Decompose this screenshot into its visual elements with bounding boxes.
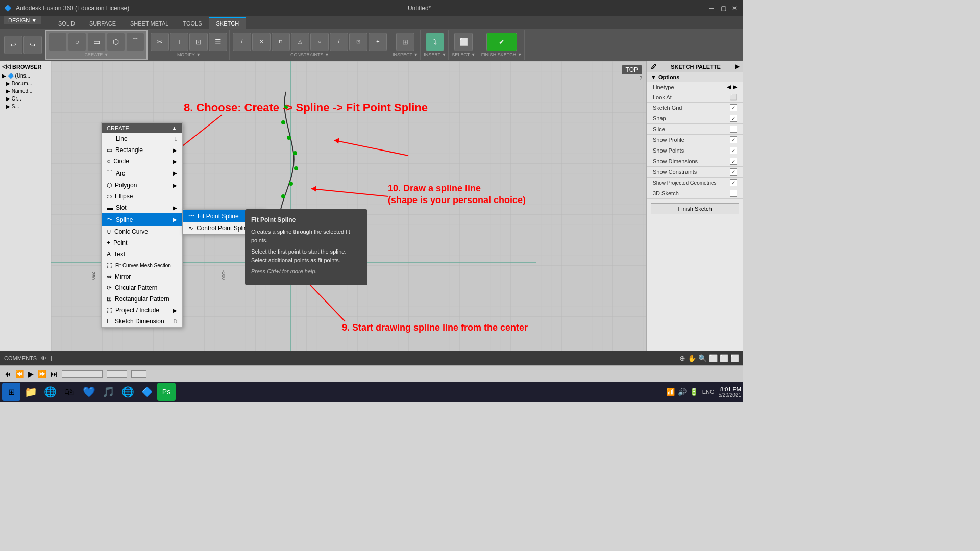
- showconstraints-checkbox[interactable]: ✓: [730, 168, 737, 176]
- chrome-button[interactable]: 🌐: [118, 383, 137, 401]
- volume-icon[interactable]: 🔊: [678, 388, 687, 396]
- constraint-btn8[interactable]: ✦: [369, 33, 387, 51]
- menu-item-line[interactable]: — Line L: [102, 133, 182, 144]
- menu-item-dimension[interactable]: ⊢ Sketch Dimension D: [102, 316, 182, 327]
- line-button[interactable]: ─: [48, 33, 67, 51]
- tab-tools[interactable]: TOOLS: [176, 18, 209, 29]
- create-menu-header[interactable]: CREATE ▲: [102, 123, 182, 133]
- menu-item-ellipse[interactable]: ⬭ Ellipse: [102, 191, 182, 202]
- wifi-icon[interactable]: 📶: [666, 388, 675, 396]
- battery-icon[interactable]: 🔋: [690, 388, 698, 396]
- redo-button[interactable]: ↪: [23, 36, 42, 54]
- tab-solid[interactable]: SOLID: [51, 18, 82, 29]
- tab-surface[interactable]: SURFACE: [82, 18, 123, 29]
- comments-sidebar-icon[interactable]: |: [51, 355, 52, 361]
- create-menu-close[interactable]: ▲: [172, 125, 177, 131]
- menu-item-fitcurves[interactable]: ⬚ Fit Curves Mesh Section: [102, 260, 182, 271]
- showdimensions-checkbox[interactable]: ✓: [730, 158, 737, 165]
- constraint-btn3[interactable]: ⊓: [272, 33, 290, 51]
- snap-checkbox[interactable]: ✓: [730, 115, 737, 122]
- constraint-btn2[interactable]: ✕: [252, 33, 271, 51]
- maximize-button[interactable]: ▢: [721, 5, 728, 12]
- mail-button[interactable]: 💙: [80, 383, 98, 401]
- tab-sheet-metal[interactable]: SHEET METAL: [123, 18, 176, 29]
- explorer-button[interactable]: 📁: [21, 383, 40, 401]
- browser-collapse-icon[interactable]: ◁◁: [2, 63, 10, 70]
- constraint-btn4[interactable]: △: [291, 33, 309, 51]
- menu-item-circle[interactable]: ○ Circle ▶: [102, 156, 182, 167]
- poly-button[interactable]: ⬡: [107, 33, 125, 51]
- view-icon[interactable]: ⬜: [720, 354, 728, 362]
- browser-button[interactable]: 🌐: [41, 383, 59, 401]
- play-prev-button[interactable]: ⏪: [15, 370, 24, 378]
- constraint-btn1[interactable]: /: [233, 33, 251, 51]
- constraint-btn7[interactable]: ⊡: [349, 33, 368, 51]
- circle-button[interactable]: ○: [68, 33, 86, 51]
- slice-checkbox[interactable]: [730, 126, 737, 133]
- browser-item-3[interactable]: ▶ Named...: [6, 87, 48, 95]
- constraint-btn5[interactable]: ○: [310, 33, 329, 51]
- play-start-button[interactable]: ⏮: [4, 370, 11, 378]
- zoom-icon[interactable]: 🔍: [698, 354, 707, 362]
- modify-btn3[interactable]: ⊡: [189, 33, 208, 51]
- modify-btn1[interactable]: ✂: [151, 33, 169, 51]
- menu-item-rectangular[interactable]: ⊞ Rectangular Pattern: [102, 293, 182, 305]
- finish-sketch-button[interactable]: ✔: [486, 33, 517, 51]
- sketchgrid-checkbox[interactable]: ✓: [730, 104, 737, 111]
- canvas-area[interactable]: -250 -200 -150 -100 -50 8.: [51, 61, 646, 351]
- select-btn[interactable]: ⬜: [454, 33, 473, 51]
- lookat-icon[interactable]: ⬜: [730, 94, 737, 101]
- play-button[interactable]: ▶: [28, 370, 34, 378]
- play-next-button[interactable]: ⏩: [38, 370, 46, 378]
- modify-btn4[interactable]: ☰: [209, 33, 227, 51]
- play-end-button[interactable]: ⏭: [51, 370, 58, 378]
- menu-item-polygon[interactable]: ⬡ Polygon ▶: [102, 180, 182, 191]
- display-icon[interactable]: ⬜: [730, 354, 739, 362]
- insert-btn[interactable]: ⤵: [426, 33, 444, 51]
- browser-item-5[interactable]: ▶ S...: [6, 103, 48, 110]
- fit-icon[interactable]: ⬜: [709, 354, 718, 362]
- menu-item-arc[interactable]: ⌒ Arc ▶: [102, 167, 182, 180]
- close-button[interactable]: ✕: [732, 5, 739, 12]
- arc-button[interactable]: ⌒: [126, 33, 144, 51]
- orbit-icon[interactable]: ⊕: [679, 354, 685, 362]
- photoshop-button[interactable]: Ps: [157, 383, 176, 401]
- constraint-btn6[interactable]: /: [330, 33, 348, 51]
- menu-item-spline[interactable]: 〜 Spline ▶: [102, 213, 182, 226]
- store-button[interactable]: 🛍: [60, 383, 79, 401]
- 3dsketch-checkbox[interactable]: [730, 190, 737, 197]
- start-button[interactable]: ⊞: [2, 383, 20, 401]
- fusion-button[interactable]: 🔷: [138, 383, 156, 401]
- palette-expand-icon[interactable]: ▶: [735, 63, 739, 70]
- browser-item-4[interactable]: ▶ Or...: [6, 95, 48, 103]
- menu-item-rectangle[interactable]: ▭ Rectangle ▶: [102, 144, 182, 156]
- menu-item-project[interactable]: ⬚ Project / Include ▶: [102, 305, 182, 316]
- finish-sketch-palette-button[interactable]: Finish Sketch: [651, 203, 739, 214]
- pan-icon[interactable]: ✋: [688, 354, 696, 362]
- palette-section-collapse[interactable]: ▼: [651, 74, 656, 80]
- inspect-btn[interactable]: ⊞: [396, 33, 414, 51]
- insert-group-label: INSERT ▼: [424, 52, 446, 57]
- palette-linetype-row: Linetype ◀ ▶: [647, 82, 743, 92]
- tab-sketch[interactable]: SKETCH: [209, 17, 246, 29]
- undo-button[interactable]: ↩: [4, 36, 22, 54]
- browser-item-2[interactable]: ▶ Docum...: [6, 80, 48, 87]
- linetype-next-icon[interactable]: ▶: [733, 84, 737, 90]
- rect-button[interactable]: ▭: [87, 33, 106, 51]
- comments-eye-icon[interactable]: 👁: [41, 355, 46, 361]
- menu-item-point[interactable]: + Point: [102, 237, 182, 248]
- menu-item-conic[interactable]: ∪ Conic Curve: [102, 226, 182, 237]
- music-button[interactable]: 🎵: [99, 383, 117, 401]
- showprofile-checkbox[interactable]: ✓: [730, 136, 737, 143]
- menu-item-circular[interactable]: ⟳ Circular Pattern: [102, 282, 182, 293]
- showpoints-checkbox[interactable]: ✓: [730, 147, 737, 154]
- modify-btn2[interactable]: ⟂: [170, 33, 188, 51]
- menu-item-slot[interactable]: ▬ Slot ▶: [102, 202, 182, 213]
- menu-item-mirror[interactable]: ⇔ Mirror: [102, 271, 182, 282]
- menu-item-text[interactable]: A Text: [102, 248, 182, 260]
- design-dropdown[interactable]: DESIGN ▼: [4, 16, 41, 24]
- browser-item-1[interactable]: ▶ 🔷 (Uns...: [2, 72, 48, 80]
- minimize-button[interactable]: ─: [709, 5, 717, 12]
- linetype-prev-icon[interactable]: ◀: [727, 84, 731, 90]
- showprojected-checkbox[interactable]: ✓: [730, 179, 737, 186]
